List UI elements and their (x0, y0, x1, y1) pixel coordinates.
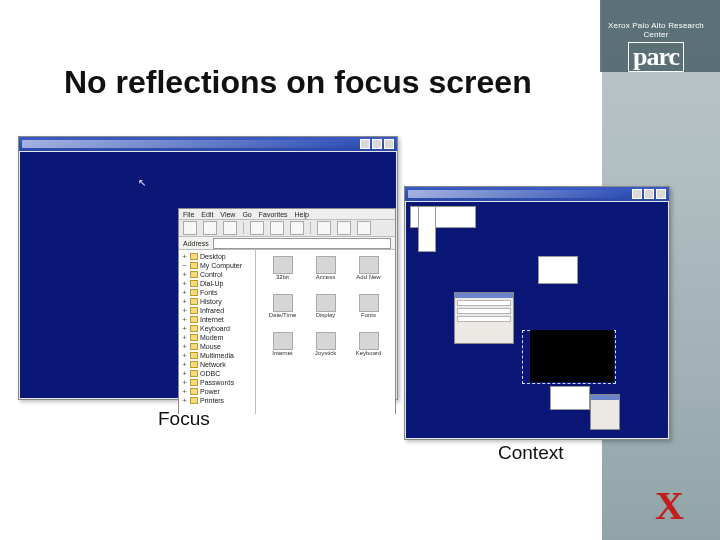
xerox-x-mark: X (655, 486, 684, 526)
control-panel-icon (359, 294, 379, 312)
tree-item: Dial-Up (200, 280, 223, 287)
window-thumb (418, 206, 436, 252)
control-panel-icon (359, 332, 379, 350)
paste-icon (290, 221, 304, 235)
context-caption: Context (498, 442, 563, 464)
icon-label: Access (316, 274, 335, 280)
menu-item: File (183, 211, 194, 218)
toolbar-separator (310, 222, 311, 234)
folder-icon (190, 397, 198, 404)
parc-logo: Xerox Palo Alto Research Center parc (608, 22, 704, 72)
folder-icon (190, 370, 198, 377)
control-panel-icon (273, 294, 293, 312)
focus-window-title-icon (22, 140, 353, 148)
folder-icon (190, 271, 198, 278)
explorer-window: File Edit View Go Favorites Help (178, 208, 396, 414)
control-panel-icon (359, 256, 379, 274)
context-titlebar-buttons (632, 189, 666, 199)
icon-label: 32bit (276, 274, 289, 280)
parc-wordmark: parc (628, 42, 684, 72)
tree-item: Passwords (200, 379, 234, 386)
focus-desktop: ↖ File Edit View Go Favorites Help (20, 152, 396, 398)
folder-icon (190, 334, 198, 341)
window-thumb (590, 394, 620, 430)
tree-item: Infrared (200, 307, 224, 314)
window-thumb (538, 256, 578, 284)
control-panel-icon (316, 256, 336, 274)
window-thumb (454, 292, 514, 344)
cursor-icon: ↖ (138, 178, 146, 188)
control-panel-icon (316, 294, 336, 312)
explorer-body: +Desktop −My Computer +Control +Dial-Up … (179, 250, 395, 414)
menu-item: View (220, 211, 235, 218)
folder-icon (190, 316, 198, 323)
minimize-icon (632, 189, 642, 199)
back-icon (183, 221, 197, 235)
focus-screenshot: ↖ File Edit View Go Favorites Help (18, 136, 398, 400)
maximize-icon (644, 189, 654, 199)
tree-item: Mouse (200, 343, 221, 350)
tree-item: Keyboard (200, 325, 230, 332)
folder-icon (190, 289, 198, 296)
context-screenshot (404, 186, 670, 440)
minimize-icon (360, 139, 370, 149)
folder-icon (190, 307, 198, 314)
focus-black-region (530, 330, 614, 382)
folder-icon (190, 352, 198, 359)
slide: Xerox Palo Alto Research Center parc X N… (0, 0, 720, 540)
up-icon (223, 221, 237, 235)
window-thumb (550, 386, 590, 410)
icon-label: Add New (356, 274, 380, 280)
icon-label: Fonts (361, 312, 376, 318)
folder-icon (190, 361, 198, 368)
properties-icon (357, 221, 371, 235)
tree-item: History (200, 298, 222, 305)
menu-item: Edit (201, 211, 213, 218)
icon-label: Joystick (315, 350, 336, 356)
tree-item: Internet (200, 316, 224, 323)
folder-icon (190, 262, 198, 269)
icon-label: Display (316, 312, 336, 318)
cut-icon (250, 221, 264, 235)
tree-item: Control (200, 271, 223, 278)
maximize-icon (372, 139, 382, 149)
tree-item: Network (200, 361, 226, 368)
control-panel-icon (273, 256, 293, 274)
tree-item: ODBC (200, 370, 220, 377)
slide-title: No reflections on focus screen (64, 64, 532, 101)
delete-icon (337, 221, 351, 235)
folder-tree: +Desktop −My Computer +Control +Dial-Up … (179, 250, 256, 414)
forward-icon (203, 221, 217, 235)
folder-icon (190, 379, 198, 386)
tree-item: Modem (200, 334, 223, 341)
tree-item: Power (200, 388, 220, 395)
explorer-menubar: File Edit View Go Favorites Help (179, 209, 395, 220)
tree-item: Printers (200, 397, 224, 404)
focus-titlebar-buttons (360, 139, 394, 149)
tree-item: My Computer (200, 262, 242, 269)
focus-caption: Focus (158, 408, 210, 430)
icon-label: Date/Time (269, 312, 296, 318)
icon-pane: 32bit Access Add New Date/Time Display F… (256, 250, 395, 414)
folder-icon (190, 325, 198, 332)
undo-icon (317, 221, 331, 235)
control-panel-icon (316, 332, 336, 350)
menu-item: Favorites (259, 211, 288, 218)
control-panel-icon (273, 332, 293, 350)
folder-icon (190, 253, 198, 260)
menu-item: Help (295, 211, 309, 218)
explorer-toolbar (179, 220, 395, 237)
explorer-addressbar: Address (179, 237, 395, 250)
address-label: Address (183, 240, 209, 247)
address-field (213, 238, 391, 249)
tree-item: Multimedia (200, 352, 234, 359)
menu-item: Go (242, 211, 251, 218)
tree-item: Desktop (200, 253, 226, 260)
close-icon (656, 189, 666, 199)
tree-item: Fonts (200, 289, 218, 296)
close-icon (384, 139, 394, 149)
toolbar-separator (243, 222, 244, 234)
context-window-title-icon (408, 190, 625, 198)
copy-icon (270, 221, 284, 235)
context-desktop (406, 202, 668, 438)
